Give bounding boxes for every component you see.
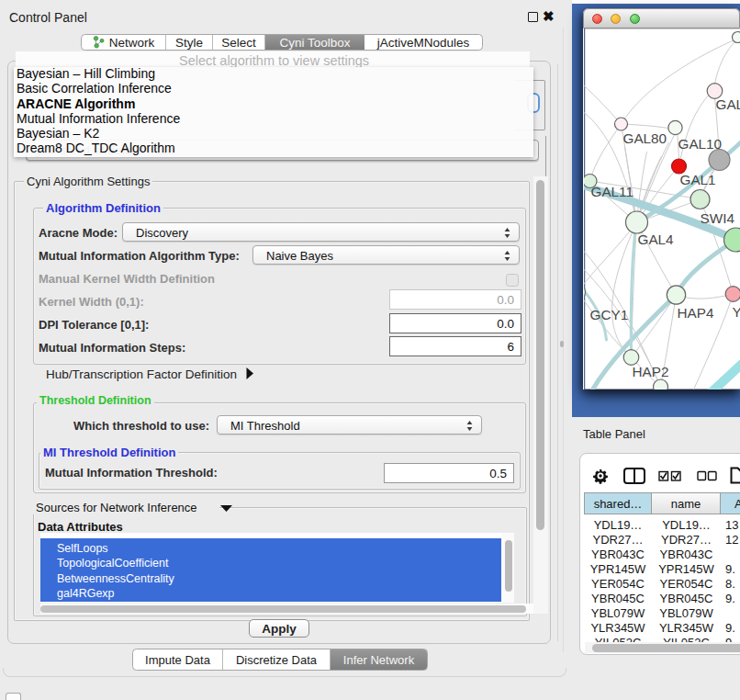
svg-text:GAL1: GAL1 [679,172,715,187]
svg-text:GAL80: GAL80 [622,130,667,146]
svg-text:SWI4: SWI4 [700,210,734,226]
svg-text:GCY1: GCY1 [589,307,628,322]
svg-text:HAP2: HAP2 [632,364,668,379]
svg-text:Y: Y [732,304,740,320]
svg-text:GAL4: GAL4 [637,231,674,247]
svg-text:GAL10: GAL10 [678,136,722,152]
svg-text:GAL11: GAL11 [590,184,633,199]
svg-text:GAL7: GAL7 [715,96,740,112]
svg-text:HAP4: HAP4 [677,305,713,321]
